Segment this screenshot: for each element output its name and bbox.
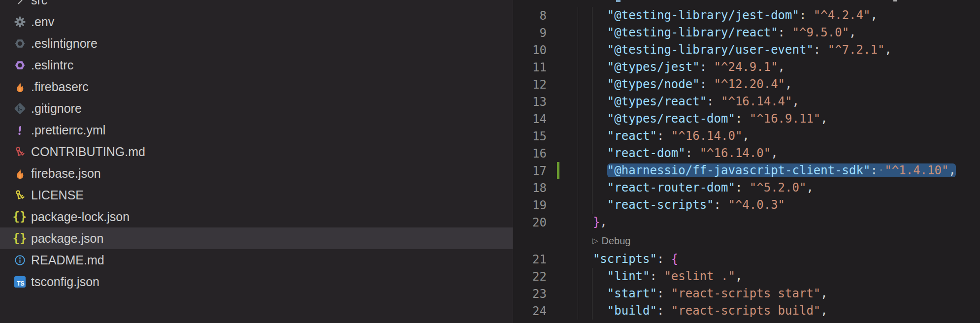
keys-red-icon bbox=[13, 145, 27, 159]
hexagon-purple-icon bbox=[13, 58, 27, 72]
file-item-.prettierrc.yml[interactable]: .prettierrc.yml bbox=[0, 119, 513, 141]
line-number[interactable]: 13 bbox=[513, 95, 552, 109]
vscode-window: src.env.eslintignore.eslintrc.firebaserc… bbox=[0, 0, 980, 323]
file-label: README.md bbox=[31, 253, 104, 267]
file-label: .eslintrc bbox=[31, 58, 73, 72]
line-number[interactable]: 11 bbox=[513, 61, 552, 74]
code-line-18[interactable]: 18 "react-router-dom": "^5.2.0", bbox=[513, 179, 980, 196]
file-tree: src.env.eslintignore.eslintrc.firebaserc… bbox=[0, 0, 513, 292]
line-number[interactable]: 15 bbox=[513, 129, 552, 143]
line-number[interactable]: 9 bbox=[513, 26, 552, 40]
file-label: .prettierrc.yml bbox=[31, 123, 105, 137]
chevron-icon bbox=[13, 0, 27, 7]
code-text: "lint": "eslint .", bbox=[579, 268, 742, 285]
codelens-row: ▷Debug bbox=[513, 231, 980, 251]
code-line-16[interactable]: 16 "react-dom": "^16.14.0", bbox=[513, 145, 980, 162]
file-item-README.md[interactable]: README.md bbox=[0, 249, 513, 271]
code-line-22[interactable]: 22 "lint": "eslint .", bbox=[513, 268, 980, 285]
line-number[interactable]: 12 bbox=[513, 78, 552, 92]
git-diamond-icon bbox=[13, 101, 27, 115]
code-text: "react": "^16.14.0", bbox=[579, 128, 750, 145]
file-label: package.json bbox=[31, 231, 103, 246]
code-text: "react-scripts": "^4.0.3" bbox=[579, 196, 785, 214]
code-text: }, bbox=[579, 214, 607, 231]
clipped-line-fragment bbox=[616, 0, 621, 2]
file-label: firebase.json bbox=[31, 166, 101, 181]
code-text: "scripts": { bbox=[579, 251, 678, 268]
file-item-.eslintrc[interactable]: .eslintrc bbox=[0, 54, 513, 76]
hexagon-gray-icon bbox=[13, 36, 27, 50]
code-line-19[interactable]: 19 "react-scripts": "^4.0.3" bbox=[513, 196, 980, 214]
line-number[interactable]: 21 bbox=[513, 253, 552, 266]
file-item-.eslintignore[interactable]: .eslintignore bbox=[0, 32, 513, 54]
file-item-.gitignore[interactable]: .gitignore bbox=[0, 97, 513, 119]
code-line-21[interactable]: 21 "scripts": { bbox=[513, 251, 980, 268]
code-line-9[interactable]: 9 "@testing-library/react": "^9.5.0", bbox=[513, 24, 980, 41]
ts-badge-icon: TS bbox=[13, 275, 27, 289]
line-number[interactable]: 20 bbox=[513, 216, 552, 229]
code-line-23[interactable]: 23 "start": "react-scripts start", bbox=[513, 285, 980, 302]
line-number[interactable]: 16 bbox=[513, 147, 552, 161]
code-line-15[interactable]: 15 "react": "^16.14.0", bbox=[513, 128, 980, 145]
folder-item-src[interactable]: src bbox=[0, 0, 513, 11]
line-number[interactable]: 8 bbox=[513, 9, 552, 23]
code-line-8[interactable]: 8 "@testing-library/jest-dom": "^4.2.4", bbox=[513, 7, 980, 24]
line-number[interactable]: 14 bbox=[513, 112, 552, 126]
file-label: tsconfig.json bbox=[31, 275, 99, 289]
code-text: "@harnessio/ff-javascript-client-sdk":·"… bbox=[579, 162, 956, 179]
code-line-17[interactable]: 17 "@harnessio/ff-javascript-client-sdk"… bbox=[513, 162, 980, 179]
file-item-CONTRIBUTING.md[interactable]: CONTRIBUTING.md bbox=[0, 141, 513, 162]
file-label: LICENSE bbox=[31, 188, 84, 202]
file-item-LICENSE[interactable]: LICENSE bbox=[0, 184, 513, 206]
line-number[interactable]: 23 bbox=[513, 287, 552, 301]
line-number[interactable]: 18 bbox=[513, 181, 552, 195]
code-text: "build": "react-scripts build", bbox=[579, 302, 828, 320]
line-number[interactable]: 19 bbox=[513, 198, 552, 212]
code-line-12[interactable]: 12 "@types/node": "^12.20.4", bbox=[513, 76, 980, 93]
line-number[interactable]: 10 bbox=[513, 43, 552, 57]
editor-pane[interactable]: 8 "@testing-library/jest-dom": "^4.2.4",… bbox=[513, 0, 980, 323]
line-number[interactable]: 24 bbox=[513, 304, 552, 318]
code-text: "react-dom": "^16.14.0", bbox=[579, 145, 778, 162]
file-label: .env bbox=[31, 15, 54, 29]
codelens-debug-link[interactable]: ▷Debug bbox=[592, 235, 630, 247]
code-line-14[interactable]: 14 "@types/react-dom": "^16.9.11", bbox=[513, 110, 980, 128]
file-item-package.json[interactable]: {}package.json bbox=[0, 227, 513, 249]
clipped-line-fragment bbox=[893, 0, 897, 1]
line-number[interactable]: 17 bbox=[513, 164, 552, 178]
code-area[interactable]: 8 "@testing-library/jest-dom": "^4.2.4",… bbox=[513, 7, 980, 320]
file-item-.env[interactable]: .env bbox=[0, 11, 513, 32]
selection-highlight: "@harnessio/ff-javascript-client-sdk":·"… bbox=[607, 163, 956, 177]
file-item-firebase.json[interactable]: firebase.json bbox=[0, 162, 513, 184]
line-number[interactable]: 22 bbox=[513, 270, 552, 284]
file-item-tsconfig.json[interactable]: TStsconfig.json bbox=[0, 271, 513, 292]
flame-icon bbox=[13, 80, 27, 94]
code-text: "start": "react-scripts start", bbox=[579, 285, 828, 302]
codelens-label: Debug bbox=[602, 235, 631, 247]
code-line-10[interactable]: 10 "@testing-library/user-event": "^7.2.… bbox=[513, 41, 980, 59]
explorer-sidebar: src.env.eslintignore.eslintrc.firebaserc… bbox=[0, 0, 513, 323]
code-text: "@types/react": "^16.14.4", bbox=[579, 93, 799, 110]
code-line-24[interactable]: 24 "build": "react-scripts build", bbox=[513, 302, 980, 320]
code-text: "@types/react-dom": "^16.9.11", bbox=[579, 110, 828, 128]
code-text: "@testing-library/jest-dom": "^4.2.4", bbox=[579, 7, 878, 24]
file-label: .eslintignore bbox=[31, 36, 98, 51]
braces-icon: {} bbox=[13, 210, 27, 224]
code-text: "react-router-dom": "^5.2.0", bbox=[579, 179, 814, 196]
code-text: "@types/jest": "^24.9.1", bbox=[579, 59, 785, 76]
code-line-11[interactable]: 11 "@types/jest": "^24.9.1", bbox=[513, 59, 980, 76]
code-text: "@testing-library/react": "^9.5.0", bbox=[579, 24, 856, 41]
file-item-package-lock.json[interactable]: {}package-lock.json bbox=[0, 206, 513, 227]
info-icon bbox=[13, 253, 27, 267]
play-outline-icon: ▷ bbox=[592, 236, 598, 245]
code-text: "@testing-library/user-event": "^7.2.1", bbox=[579, 41, 892, 59]
file-item-.firebaserc[interactable]: .firebaserc bbox=[0, 76, 513, 97]
file-label: .gitignore bbox=[31, 101, 82, 116]
flame-icon bbox=[13, 166, 27, 180]
file-label: src bbox=[31, 0, 47, 7]
code-line-20[interactable]: 20 }, bbox=[513, 214, 980, 231]
gear-icon bbox=[13, 15, 27, 29]
code-line-13[interactable]: 13 "@types/react": "^16.14.4", bbox=[513, 93, 980, 110]
exclamation-icon bbox=[13, 123, 27, 137]
braces-icon: {} bbox=[13, 231, 27, 245]
